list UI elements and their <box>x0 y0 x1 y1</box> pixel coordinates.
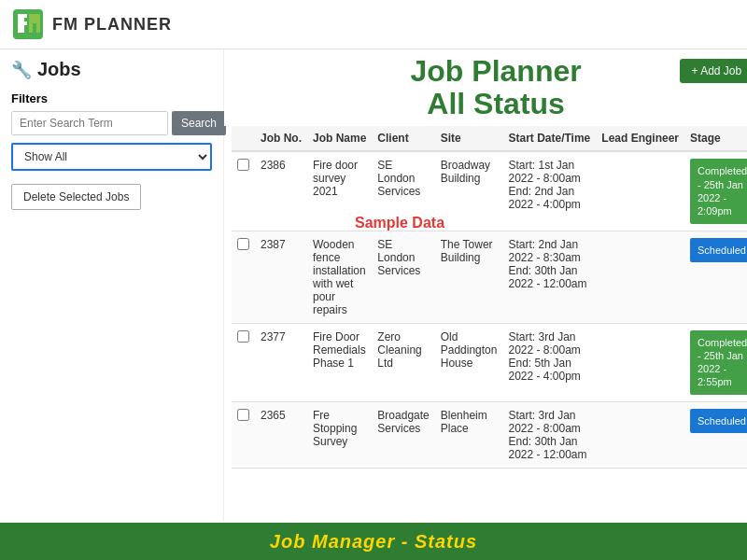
search-row: Search <box>11 111 212 135</box>
row-checkbox-cell <box>232 231 255 323</box>
col-site: Site <box>435 126 503 151</box>
filters-label: Filters <box>11 91 212 105</box>
stage-badge: Scheduled <box>690 409 747 433</box>
sidebar-title: 🔧 Jobs <box>11 59 212 80</box>
logo-text: FM PLANNER <box>52 15 172 35</box>
row-client: Broadgate Services <box>372 401 434 468</box>
show-all-select[interactable]: Show All <box>11 143 212 171</box>
row-job-no: 2365 <box>255 401 307 468</box>
row-end-date: End: 30th Jan 2022 - 12:00am <box>508 264 586 290</box>
svg-rect-5 <box>29 14 33 33</box>
footer: Job Manager - Status <box>0 523 747 560</box>
row-stage: Scheduled <box>684 401 747 468</box>
row-end-date: End: 30th Jan 2022 - 12:00am <box>508 435 586 461</box>
wrench-icon: 🔧 <box>11 60 32 80</box>
row-checkbox[interactable] <box>237 409 249 421</box>
row-start-date: Start: 2nd Jan 2022 - 8:30am <box>508 238 580 264</box>
col-job-name: Job Name <box>307 126 372 151</box>
row-client: SE London Services <box>372 231 434 323</box>
row-checkbox-cell <box>232 401 255 468</box>
row-checkbox[interactable] <box>237 330 249 343</box>
col-job-no: Job No. <box>255 126 307 151</box>
col-datetime: Start Date/Time <box>502 126 596 151</box>
logo-container: FM PLANNER <box>11 7 172 41</box>
row-end-date: End: 5th Jan 2022 - 4:00pm <box>508 357 580 383</box>
row-start-date: Start: 3rd Jan 2022 - 8:00am <box>508 330 580 357</box>
table-row: 2365 Fre Stopping Survey Broadgate Servi… <box>232 401 747 468</box>
sidebar: 🔧 Jobs Filters Search Show All Show All … <box>0 49 224 521</box>
row-start-date: Start: 1st Jan 2022 - 8:00am <box>508 159 580 185</box>
row-start-date: Start: 3rd Jan 2022 - 8:00am <box>508 409 580 435</box>
svg-rect-7 <box>36 14 40 33</box>
row-job-name: Fre Stopping Survey <box>307 401 372 468</box>
stage-badge: Completed - 25th Jan 2022 - 2:09pm <box>690 159 747 223</box>
table-container: Job No. Job Name Client Site Start Date/… <box>224 126 747 521</box>
svg-rect-6 <box>33 14 36 23</box>
row-checkbox-cell <box>232 323 255 401</box>
row-datetime: Start: 2nd Jan 2022 - 8:30am End: 30th J… <box>502 231 596 323</box>
jobs-table: Job No. Job Name Client Site Start Date/… <box>232 126 747 468</box>
delete-selected-button[interactable]: Delete Selected Jobs <box>11 184 141 210</box>
row-client: SE London Services <box>372 151 434 231</box>
row-checkbox-cell <box>232 151 255 231</box>
svg-rect-4 <box>18 25 24 33</box>
table-row: 2387 Wooden fence installation with wet … <box>232 231 747 323</box>
col-engineer: Lead Engineer <box>596 126 684 151</box>
search-input[interactable] <box>11 111 168 135</box>
table-row: 2386 Fire door survey 2021 SE London Ser… <box>232 151 747 231</box>
row-client: Zero Cleaning Ltd <box>372 323 434 401</box>
stage-badge: Scheduled <box>690 238 747 262</box>
row-site: The Tower Building <box>435 231 503 323</box>
row-engineer <box>596 323 684 401</box>
row-job-no: 2377 <box>255 323 307 401</box>
row-stage: Completed - 25th Jan 2022 - 2:55pm <box>684 323 747 401</box>
main-layout: 🔧 Jobs Filters Search Show All Show All … <box>0 49 747 521</box>
col-client: Client <box>372 126 434 151</box>
row-checkbox[interactable] <box>237 159 249 171</box>
row-job-name: Wooden fence installation with wet pour … <box>307 231 372 323</box>
col-stage: Stage <box>684 126 747 151</box>
row-site: Blenheim Place <box>435 401 503 468</box>
row-job-no: 2387 <box>255 231 307 323</box>
search-button[interactable]: Search <box>172 111 226 135</box>
row-stage: Scheduled <box>684 231 747 323</box>
footer-label: Job Manager - Status <box>270 531 477 553</box>
svg-rect-1 <box>18 14 27 18</box>
table-header-row: Job No. Job Name Client Site Start Date/… <box>232 126 747 151</box>
svg-rect-3 <box>18 21 27 25</box>
row-job-name: Fire door survey 2021 <box>307 151 372 231</box>
content-area: Job Planner All Status + Add Job Job No.… <box>224 49 747 521</box>
jobs-label: Jobs <box>37 59 81 80</box>
row-stage: Completed - 25th Jan 2022 - 2:09pm <box>684 151 747 231</box>
row-end-date: End: 2nd Jan 2022 - 4:00pm <box>508 185 580 211</box>
row-checkbox[interactable] <box>237 238 249 250</box>
header: FM PLANNER <box>0 0 747 49</box>
row-site: Broadway Building <box>435 151 503 231</box>
title-banner: Job Planner All Status + Add Job <box>224 49 747 126</box>
row-site: Old Paddington House <box>435 323 503 401</box>
col-checkbox <box>232 126 255 151</box>
row-datetime: Start: 1st Jan 2022 - 8:00am End: 2nd Ja… <box>502 151 596 231</box>
add-job-button[interactable]: + Add Job <box>680 59 747 83</box>
row-job-name: Fire Door Remedials Phase 1 <box>307 323 372 401</box>
svg-rect-2 <box>18 18 24 21</box>
row-datetime: Start: 3rd Jan 2022 - 8:00am End: 30th J… <box>502 401 596 468</box>
table-row: 2377 Fire Door Remedials Phase 1 Zero Cl… <box>232 323 747 401</box>
row-engineer <box>596 401 684 468</box>
stage-badge: Completed - 25th Jan 2022 - 2:55pm <box>690 330 747 395</box>
row-job-no: 2386 <box>255 151 307 231</box>
job-planner-title: Job Planner All Status <box>411 55 582 120</box>
row-engineer <box>596 151 684 231</box>
row-datetime: Start: 3rd Jan 2022 - 8:00am End: 5th Ja… <box>502 323 596 401</box>
logo-icon <box>11 7 45 41</box>
row-engineer <box>596 231 684 323</box>
